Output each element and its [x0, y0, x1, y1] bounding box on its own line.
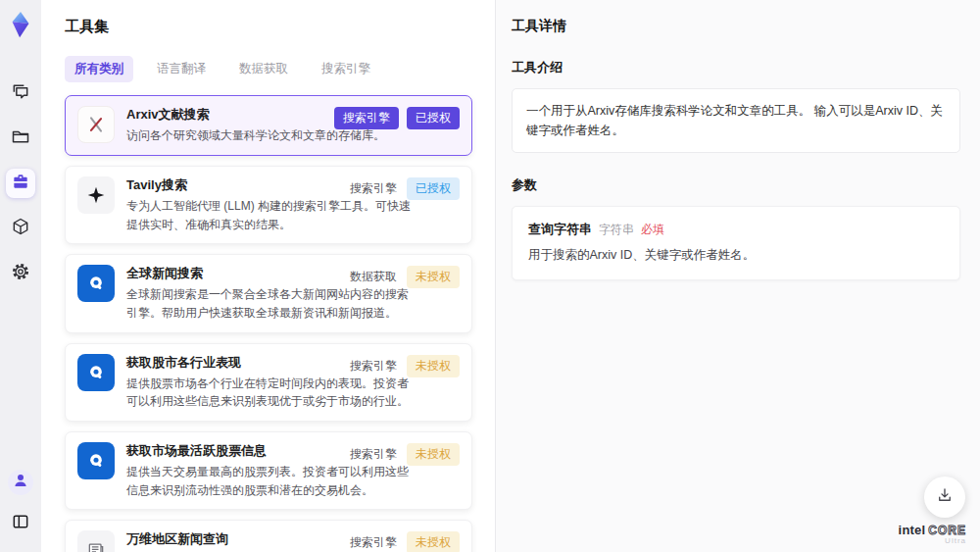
- tool-card-tavily[interactable]: Tavily搜索 专为人工智能代理 (LLM) 构建的搜索引擎工具。可快速提供实…: [65, 166, 472, 244]
- user-icon: [12, 472, 29, 493]
- category-badge: 搜索引擎: [348, 177, 399, 200]
- auth-badge: 未授权: [407, 266, 460, 288]
- sidebar-rail: [0, 0, 41, 552]
- sidebar-item-chat[interactable]: [6, 78, 35, 108]
- detail-title: 工具详情: [512, 18, 960, 35]
- tool-card-most-active-stocks[interactable]: 获取市场最活跃股票信息 提供当天交易量最高的股票列表。投资者可以利用这些信息来识…: [65, 431, 472, 510]
- core-wordmark: CORE: [928, 525, 966, 537]
- tab-data-fetch[interactable]: 数据获取: [229, 56, 298, 82]
- param-required-badge: 必填: [641, 222, 664, 238]
- sidebar-item-files[interactable]: [6, 124, 35, 153]
- auth-badge: 已授权: [407, 177, 460, 200]
- user-avatar[interactable]: [8, 470, 33, 495]
- sidebar-item-models[interactable]: [6, 214, 35, 243]
- tool-card-sector-performance[interactable]: 获取股市各行业表现 提供股票市场各个行业在特定时间段内的表现。投资者可以利用这些…: [65, 343, 472, 422]
- app-logo-icon: [4, 8, 37, 41]
- blue-search-logo-icon: [77, 354, 115, 391]
- category-badge: 搜索引擎: [348, 443, 399, 466]
- arxiv-logo-icon: [77, 106, 115, 143]
- tab-language-translation[interactable]: 语言翻译: [147, 56, 216, 82]
- intro-text: 一个用于从Arxiv存储库搜索科学论文和文章的工具。 输入可以是Arxiv ID…: [512, 88, 960, 153]
- app-window: 工具集 所有类别 语言翻译 数据获取 搜索引擎 Arxiv文献搜索 访问各个研究…: [0, 0, 980, 552]
- tool-detail-panel: 工具详情 工具介绍 一个用于从Arxiv存储库搜索科学论文和文章的工具。 输入可…: [495, 0, 980, 552]
- tab-all-categories[interactable]: 所有类别: [65, 56, 133, 82]
- download-button[interactable]: [924, 477, 965, 518]
- panel-toggle-icon: [11, 512, 30, 535]
- category-badge: 搜索引擎: [348, 355, 399, 377]
- category-badge: 搜索引擎: [334, 107, 399, 129]
- tool-description: 提供股票市场各个行业在特定时间段内的表现。投资者可以利用这些信息来识别表现优于或…: [126, 375, 418, 411]
- tool-description: 提供当天交易量最高的股票列表。投资者可以利用这些信息来识别流动性强的股票和潜在的…: [126, 463, 418, 499]
- intel-wordmark: intel: [899, 524, 926, 537]
- auth-badge: 未授权: [407, 531, 460, 552]
- page-title: 工具集: [65, 18, 495, 36]
- tab-search-engine[interactable]: 搜索引擎: [312, 56, 380, 82]
- tool-list: Arxiv文献搜索 访问各个研究领域大量科学论文和文章的存储库。 搜索引擎 已授…: [65, 95, 472, 552]
- params-heading: 参数: [512, 176, 960, 194]
- auth-badge: 未授权: [407, 443, 460, 466]
- intel-core-logo: intel CORE Ultra: [899, 524, 966, 546]
- auth-badge: 未授权: [407, 355, 460, 377]
- category-badge: 数据获取: [348, 266, 399, 288]
- blue-search-logo-icon: [77, 442, 115, 479]
- param-card: 查询字符串 字符串 必填 用于搜索的Arxiv ID、关键字或作者姓名。: [512, 206, 960, 280]
- gear-icon: [11, 262, 30, 285]
- sidebar-toggle[interactable]: [6, 509, 35, 538]
- download-icon: [936, 486, 954, 508]
- newspaper-icon: [77, 530, 115, 552]
- sidebar-item-toolset[interactable]: [6, 169, 35, 198]
- tool-card-global-news[interactable]: 全球新闻搜索 全球新闻搜索是一个聚合全球各大新闻网站内容的搜索引擎。帮助用户快速…: [65, 254, 472, 332]
- folder-icon: [11, 126, 30, 150]
- tool-description: 专为人工智能代理 (LLM) 构建的搜索引擎工具。可快速提供实时、准确和真实的结…: [126, 197, 418, 233]
- category-badge: 搜索引擎: [348, 531, 399, 552]
- param-name: 查询字符串: [528, 221, 592, 238]
- intro-heading: 工具介绍: [512, 59, 960, 76]
- param-description: 用于搜索的Arxiv ID、关键字或作者姓名。: [528, 247, 944, 264]
- tool-description: 全球新闻搜索是一个聚合全球各大新闻网站内容的搜索引擎。帮助用户快速获取全球最新资…: [126, 285, 418, 322]
- category-tabs: 所有类别 语言翻译 数据获取 搜索引擎: [65, 56, 495, 82]
- chat-icon: [11, 81, 30, 105]
- brand-sub-label: Ultra: [899, 537, 966, 546]
- tavily-star-icon: [77, 176, 115, 214]
- toolset-panel: 工具集 所有类别 语言翻译 数据获取 搜索引擎 Arxiv文献搜索 访问各个研究…: [41, 0, 495, 552]
- tool-card-regional-news[interactable]: 万维地区新闻查询 查询具体行政区划内的新闻，快速了解各地新闻动 搜索引擎 未授权: [65, 520, 472, 552]
- tool-name: 万维地区新闻查询: [126, 530, 385, 548]
- tool-card-arxiv[interactable]: Arxiv文献搜索 访问各个研究领域大量科学论文和文章的存储库。 搜索引擎 已授…: [65, 95, 472, 156]
- toolbox-icon: [11, 172, 30, 195]
- cube-icon: [11, 217, 30, 240]
- sidebar-item-settings[interactable]: [6, 259, 35, 288]
- param-type: 字符串: [599, 222, 634, 238]
- auth-badge: 已授权: [407, 107, 460, 129]
- blue-search-logo-icon: [77, 265, 115, 302]
